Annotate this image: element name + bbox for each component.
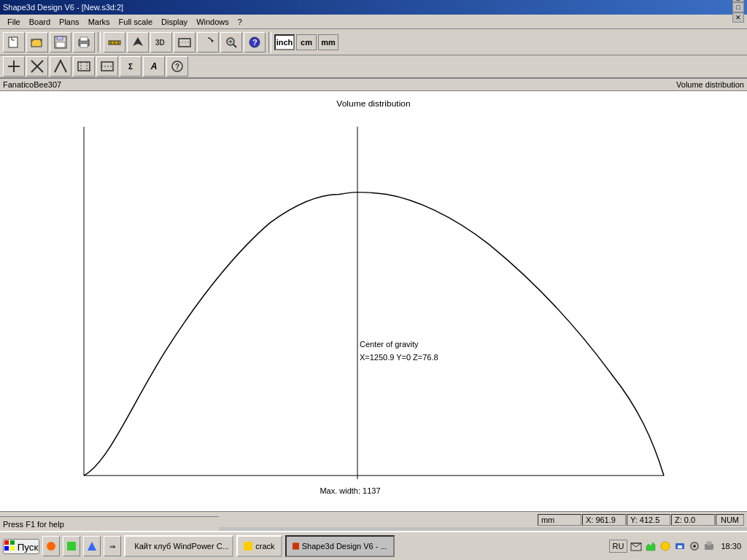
tool2-button[interactable] xyxy=(26,56,48,77)
rotate-button[interactable] xyxy=(197,32,219,52)
tool1-button[interactable] xyxy=(3,56,25,77)
tool7-button[interactable]: A xyxy=(143,56,165,77)
svg-rect-51 xyxy=(293,542,299,549)
svg-rect-60 xyxy=(707,542,711,545)
tool6-button[interactable]: Σ xyxy=(120,56,142,77)
status-y: Y: 412.5 xyxy=(627,514,670,526)
tool8-button[interactable]: ? xyxy=(166,56,188,77)
arrow-button[interactable] xyxy=(127,32,149,52)
chart-svg: Volume distribution Center of gravity X=… xyxy=(0,91,747,511)
view2d-button[interactable] xyxy=(174,32,196,52)
svg-text:X=1250.9 Y=0 Z=76.8: X=1250.9 Y=0 Z=76.8 xyxy=(360,353,438,362)
help-text: Press F1 for help xyxy=(3,520,64,529)
drawing-area: Volume distribution Center of gravity X=… xyxy=(0,91,747,511)
save-button[interactable] xyxy=(50,32,71,52)
tray-lang[interactable]: RU xyxy=(609,540,628,553)
tool5-button[interactable] xyxy=(96,56,118,77)
svg-rect-50 xyxy=(244,542,252,551)
measure-button[interactable] xyxy=(104,32,125,52)
svg-point-58 xyxy=(693,545,696,548)
open-button[interactable] xyxy=(26,32,48,52)
svg-marker-53 xyxy=(631,543,641,547)
svg-point-54 xyxy=(661,542,670,551)
status-coords: mm X: 961.9 Y: 412.5 Z: 0.0 NUM xyxy=(538,514,744,526)
tool3-button[interactable] xyxy=(50,56,71,77)
view3d-button[interactable]: 3D xyxy=(150,32,172,52)
menu-help[interactable]: ? xyxy=(233,16,247,28)
help-button[interactable]: ? xyxy=(244,32,266,52)
svg-text:?: ? xyxy=(252,38,258,47)
tray-icon-6 xyxy=(703,540,715,552)
title-buttons: _ □ ✕ xyxy=(732,0,744,23)
svg-text:Center of gravity: Center of gravity xyxy=(360,341,419,349)
svg-text:?: ? xyxy=(175,63,179,71)
svg-point-46 xyxy=(47,542,55,551)
toolbar-main: 3D ? inch cm mm xyxy=(0,29,747,55)
tray-icon-5 xyxy=(689,540,700,552)
svg-rect-43 xyxy=(10,540,15,545)
quick-launch-3[interactable] xyxy=(83,536,101,556)
status-num: NUM xyxy=(716,514,744,526)
svg-text:Max. width: 1137: Max. width: 1137 xyxy=(320,486,380,495)
title-text: Shape3d Design V6 - [New.s3d:2] xyxy=(3,3,123,12)
menu-file[interactable]: File xyxy=(3,16,25,28)
start-icon xyxy=(4,540,15,551)
svg-rect-0 xyxy=(9,37,18,47)
tool4-button[interactable] xyxy=(73,56,95,77)
restore-button[interactable]: □ xyxy=(732,2,744,12)
start-label: Пуск xyxy=(18,542,39,553)
svg-text:3D: 3D xyxy=(155,39,165,47)
tray-icon-2 xyxy=(645,540,657,552)
print-button[interactable] xyxy=(73,32,95,52)
quick-launch-4[interactable]: ⇒ xyxy=(104,536,121,556)
quick-launch-1[interactable] xyxy=(42,536,60,556)
crack-icon xyxy=(244,542,252,551)
menu-fullscale[interactable]: Full scale xyxy=(115,16,157,28)
shape3d-icon xyxy=(293,542,299,551)
help-status: Press F1 for help xyxy=(0,516,219,531)
taskbar-item-shape3d[interactable]: Shape3d Design V6 - ... xyxy=(285,535,395,557)
menu-plans[interactable]: Plans xyxy=(55,16,84,28)
zoom-button[interactable] xyxy=(220,32,242,52)
taskbar-item-crack[interactable]: crack xyxy=(236,535,282,557)
status-unit: mm xyxy=(538,514,581,526)
taskbar-item-kite-label: Кайт клуб WindPower C... xyxy=(134,542,229,551)
svg-text:Volume distribution: Volume distribution xyxy=(336,99,410,109)
new-button[interactable] xyxy=(3,32,25,52)
svg-rect-8 xyxy=(80,37,88,41)
svg-line-19 xyxy=(233,44,236,47)
tray-icon-3 xyxy=(659,540,671,552)
unit-inch-button[interactable]: inch xyxy=(274,34,295,50)
taskbar-item-kite[interactable]: Кайт клуб WindPower C... xyxy=(124,535,233,557)
svg-marker-48 xyxy=(88,542,96,551)
svg-rect-47 xyxy=(67,542,76,551)
svg-rect-5 xyxy=(57,36,63,40)
canvas-labels: FanaticoBee307 Volume distribution xyxy=(0,79,747,91)
menu-windows[interactable]: Windows xyxy=(192,16,233,28)
svg-rect-56 xyxy=(678,545,682,548)
toolbar-secondary: Σ A ? xyxy=(0,55,747,79)
unit-cm-button[interactable]: cm xyxy=(296,34,317,50)
svg-rect-15 xyxy=(179,39,190,47)
taskbar: Пуск ⇒ Кайт клуб WindPower C... crack Sh… xyxy=(0,531,747,560)
menu-marks[interactable]: Marks xyxy=(84,16,115,28)
system-tray: RU 18:30 xyxy=(609,540,744,553)
menu-bar: File Board Plans Marks Full scale Displa… xyxy=(0,15,747,29)
svg-rect-45 xyxy=(10,546,15,551)
taskbar-item-crack-label: crack xyxy=(255,542,274,551)
svg-rect-42 xyxy=(4,540,9,545)
start-button[interactable]: Пуск xyxy=(3,539,39,554)
menu-board[interactable]: Board xyxy=(25,16,55,28)
close-button[interactable]: ✕ xyxy=(732,12,744,23)
quick-launch-2[interactable] xyxy=(63,536,80,556)
svg-rect-44 xyxy=(4,546,9,551)
tray-time: 18:30 xyxy=(718,542,744,551)
svg-rect-28 xyxy=(78,62,90,71)
unit-mm-button[interactable]: mm xyxy=(318,34,338,50)
svg-rect-6 xyxy=(56,42,65,47)
svg-rect-9 xyxy=(80,44,88,47)
menu-display[interactable]: Display xyxy=(157,16,192,28)
taskbar-item-shape3d-label: Shape3d Design V6 - ... xyxy=(302,542,387,551)
canvas-label-left: FanaticoBee307 xyxy=(3,80,61,89)
svg-marker-17 xyxy=(211,40,214,42)
